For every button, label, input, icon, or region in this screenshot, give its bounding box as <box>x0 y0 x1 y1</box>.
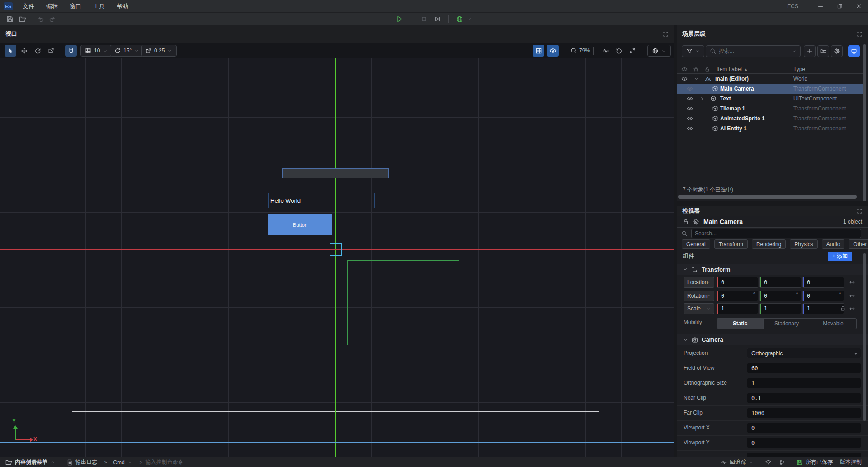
viewport-link-toggle[interactable] <box>848 45 860 57</box>
orthographic-size-input[interactable]: 1 <box>747 378 861 388</box>
rotation-z-input[interactable]: 0° <box>802 291 844 301</box>
tab-audio[interactable]: Audio <box>822 239 845 249</box>
output-log-button[interactable]: 输出日志 <box>63 457 101 467</box>
eye-icon[interactable] <box>687 114 693 124</box>
eye-icon[interactable] <box>687 84 693 94</box>
menu-file[interactable]: 文件 <box>20 0 37 13</box>
reset-view-button[interactable] <box>613 45 625 57</box>
visibility-column-eye-icon[interactable] <box>681 64 688 74</box>
hierarchy-row-main-camera[interactable]: Main Camera TransformComponent <box>677 84 863 94</box>
step-button[interactable] <box>432 14 443 24</box>
minimize-button[interactable] <box>811 0 830 13</box>
hierarchy-row-ai-entity[interactable]: AI Entity 1 TransformComponent <box>677 124 863 133</box>
chevron-down-icon[interactable] <box>694 74 699 84</box>
location-y-input[interactable]: 0 <box>760 277 801 288</box>
stop-button[interactable] <box>419 14 429 24</box>
object-settings-gear-icon[interactable] <box>693 219 699 225</box>
search-history-chevron-icon[interactable] <box>792 49 797 53</box>
app-logo[interactable]: ES <box>4 2 13 10</box>
zoom-indicator[interactable]: 79% <box>571 45 590 57</box>
gizmo-visibility-toggle[interactable] <box>547 45 559 57</box>
type-column-header[interactable]: Type <box>793 64 805 74</box>
play-button[interactable] <box>394 14 405 24</box>
favorite-column-star-icon[interactable] <box>693 64 699 74</box>
console-command-input[interactable]: > 输入控制台命令 <box>136 457 187 467</box>
near-clip-input[interactable]: 0.1 <box>747 393 861 403</box>
menu-edit[interactable]: 编辑 <box>43 0 61 13</box>
mobility-static-option[interactable]: Static <box>717 319 764 329</box>
add-component-button[interactable]: + 添加 <box>828 252 852 261</box>
hierarchy-settings-button[interactable] <box>831 45 843 57</box>
open-project-button[interactable] <box>17 14 28 24</box>
text-object[interactable]: Hello World <box>268 193 375 208</box>
viewport-x-input[interactable]: 0 <box>747 423 861 433</box>
rotation-y-input[interactable]: 0° <box>760 291 801 301</box>
tab-general[interactable]: General <box>682 239 710 249</box>
menu-tools[interactable]: 工具 <box>90 0 108 13</box>
rotation-x-input[interactable]: 0° <box>717 291 758 301</box>
location-dropdown[interactable]: Location <box>684 277 714 288</box>
tab-transform[interactable]: Transform <box>714 239 748 249</box>
location-z-input[interactable]: 0 <box>802 277 844 288</box>
viewport-y-input[interactable]: 0 <box>747 438 861 448</box>
hierarchy-row-animatedsprite[interactable]: AnimatedSprite 1 TransformComponent <box>677 114 863 124</box>
field-of-view-input[interactable]: 60 <box>747 363 861 373</box>
scene-canvas[interactable]: Hello World Button Y X <box>0 58 674 457</box>
hierarchy-row-text[interactable]: Text UITextComponent <box>677 94 863 104</box>
undo-button[interactable] <box>35 14 46 24</box>
gizmo-y-axis[interactable] <box>15 428 16 440</box>
version-control-button[interactable]: 版本控制 <box>836 457 865 467</box>
hierarchy-search-input[interactable] <box>719 48 789 54</box>
backtrace-dropdown[interactable]: 回追踪 <box>717 457 757 467</box>
inspector-search-input[interactable] <box>695 230 858 237</box>
stats-pulse-button[interactable] <box>599 45 611 57</box>
clipped-input[interactable] <box>747 453 861 457</box>
content-drawer-button[interactable]: 内容侧滑菜单 <box>2 457 59 467</box>
transform-section-header[interactable]: Transform <box>677 264 868 275</box>
menu-window[interactable]: 窗口 <box>67 0 84 13</box>
eye-icon[interactable] <box>687 104 693 114</box>
tab-physics[interactable]: Physics <box>790 239 817 249</box>
projection-select[interactable]: Orthographic <box>747 348 861 358</box>
eye-icon[interactable] <box>687 94 693 104</box>
eye-icon[interactable] <box>681 74 688 84</box>
save-button[interactable] <box>5 14 15 24</box>
grid-snap-dropdown[interactable]: 10 <box>80 45 112 57</box>
scale-tool-button[interactable] <box>45 45 57 57</box>
inspector-search-box[interactable] <box>691 229 861 238</box>
network-status-button[interactable] <box>761 457 775 467</box>
button-object[interactable]: Button <box>268 214 332 235</box>
hierarchy-search-box[interactable] <box>706 45 801 57</box>
camera-section-header[interactable]: Camera <box>677 334 868 345</box>
fullscreen-button[interactable] <box>627 45 638 57</box>
hierarchy-horizontal-scrollbar[interactable] <box>678 195 857 199</box>
tab-rendering[interactable]: Rendering <box>752 239 786 249</box>
world-view-dropdown[interactable] <box>647 45 671 57</box>
filter-dropdown[interactable] <box>682 45 704 57</box>
menu-help[interactable]: 帮助 <box>114 0 131 13</box>
rotation-snap-dropdown[interactable]: 15° <box>110 45 144 57</box>
lock-column-icon[interactable] <box>704 64 710 74</box>
scale-z-input[interactable]: 1 <box>802 303 844 314</box>
save-status[interactable]: 所有已保存 <box>793 457 836 467</box>
close-button[interactable] <box>849 0 868 13</box>
eye-icon[interactable] <box>687 124 693 133</box>
item-label-column-header[interactable]: Item Label ▲ <box>717 64 748 74</box>
scale-y-input[interactable]: 1 <box>760 303 801 314</box>
uniform-scale-lock-icon[interactable] <box>840 305 846 311</box>
cmd-dropdown[interactable]: >_ Cmd <box>101 457 136 467</box>
reset-arrows-icon[interactable] <box>849 279 855 286</box>
scale-snap-dropdown[interactable]: 0.25 <box>141 45 177 57</box>
tilemap-bar-object[interactable] <box>282 168 389 178</box>
select-tool-button[interactable] <box>5 45 16 57</box>
rotate-tool-button[interactable] <box>32 45 43 57</box>
add-folder-button[interactable] <box>817 45 829 57</box>
lock-open-icon[interactable] <box>683 219 689 225</box>
reset-arrows-icon[interactable] <box>849 305 855 312</box>
inspector-expand-icon[interactable] <box>857 208 863 214</box>
scale-dropdown[interactable]: Scale <box>684 303 714 314</box>
mobility-movable-option[interactable]: Movable <box>810 319 856 329</box>
hierarchy-row-tilemap[interactable]: Tilemap 1 TransformComponent <box>677 104 863 114</box>
location-x-input[interactable]: 0 <box>717 277 758 288</box>
hierarchy-row-main[interactable]: main (Editor) World <box>677 74 863 84</box>
